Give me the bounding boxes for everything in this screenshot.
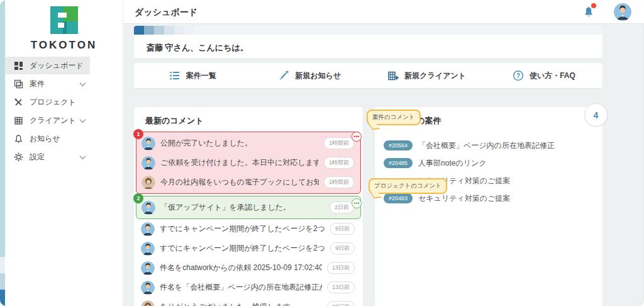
comment-time: 9日前 <box>330 223 355 235</box>
bell-icon <box>14 134 23 144</box>
pen-sparkle-icon <box>278 70 289 81</box>
action-new-news[interactable]: 新規お知らせ <box>251 70 368 81</box>
comment-time: 1時間前 <box>324 176 354 188</box>
comment-time: 20日前 <box>327 301 355 306</box>
action-label: 使い方・FAQ <box>530 71 575 81</box>
avatar-man-icon <box>141 281 155 295</box>
action-anken-list[interactable]: 案件一覧 <box>134 70 251 81</box>
comment-time: 13日前 <box>327 281 355 293</box>
quick-actions-bar: 案件一覧 新規お知らせ 新規クライアント <box>134 63 602 88</box>
avatar-woman-icon <box>142 176 155 190</box>
page-title: ダッシュボード <box>135 7 197 18</box>
sidebar: TOKOTON ダッシュボード 案件 <box>5 0 123 306</box>
comment-row[interactable]: 件名をchatworkからの依頼 2025-10-09 17:02:40から「会… <box>134 258 363 278</box>
building-icon <box>14 116 23 125</box>
approval-text: セキュリティ対策のご提案 <box>418 193 510 204</box>
comment-text: ご依頼を受け付けました。本日中に対応します。 <box>160 157 319 168</box>
project-comment-group: 2 ••• 「仮アップサイト」を承認しました。 2日前 <box>136 196 361 219</box>
avatar-man-icon <box>142 156 155 170</box>
greeting-card: 斎藤 守さん、こんにちは。 <box>134 26 602 59</box>
comment-text: 公開が完了いたしました。 <box>160 138 319 149</box>
comment-row[interactable]: すでにキャンペーン期間が終了したページを2つ見つけました。 キ... 9日前 <box>134 239 363 258</box>
comment-text: 今月の社内報をいつもの電子ブックにしてお知らせに追加してく... <box>160 177 319 188</box>
comment-time: 1時間前 <box>324 157 354 169</box>
sidebar-item-project[interactable]: プロジェクト <box>5 93 90 111</box>
avatar-man-icon <box>142 201 155 215</box>
anken-comment-group: 1 ••• 公開が完了いたしました。 1時間前 ご依頼を受け付けました。本日中に… <box>136 132 361 194</box>
avatar-man-icon <box>141 261 155 275</box>
greeting-text: 斎藤 守さん、こんにちは。 <box>134 35 602 54</box>
comment-text: 「仮アップサイト」を承認しました。 <box>160 202 325 213</box>
sidebar-item-anken[interactable]: 案件 <box>5 75 90 93</box>
gradient-mosaic-strip <box>134 26 602 35</box>
tokoton-logo-icon <box>50 6 78 34</box>
chevron-down-icon <box>80 116 86 123</box>
comment-time: 1時間前 <box>324 137 354 149</box>
app-window: TOKOTON ダッシュボード 案件 <box>0 0 644 306</box>
sidebar-item-label: 設定 <box>30 152 45 162</box>
comment-time: 9日前 <box>330 242 355 254</box>
comment-row[interactable]: 件名を「会社概要」ページ内の所在地表記修正からchatworkから... 13日… <box>134 278 363 297</box>
topbar: ダッシュボード <box>123 0 644 24</box>
comment-row[interactable]: 「仮アップサイト」を承認しました。 2日前 <box>136 198 360 217</box>
action-help-faq[interactable]: ? 使い方・FAQ <box>486 70 602 81</box>
gear-icon <box>14 152 23 162</box>
action-label: 新規お知らせ <box>295 71 341 81</box>
comment-row[interactable]: 今月の社内報をいつもの電子ブックにしてお知らせに追加してく... 1時間前 <box>136 173 360 192</box>
comment-row[interactable]: ありがとうございました。検収します 20日前 <box>134 297 363 306</box>
anken-group-badge: 1 <box>133 129 143 139</box>
notification-dot <box>591 3 596 8</box>
avatar-image <box>614 3 631 21</box>
sidebar-item-label: クライアント <box>30 115 76 126</box>
comment-text: 件名をchatworkからの依頼 2025-10-09 17:02:40から「会… <box>160 263 322 273</box>
list-icon <box>169 70 180 81</box>
sidebar-item-client[interactable]: クライアント <box>5 111 90 129</box>
dashboard-grid-icon <box>14 61 23 71</box>
comment-text: すでにキャンペーン期間が終了したページを2つ見つけました。 キ... <box>160 243 325 254</box>
action-label: 新規クライアント <box>404 71 466 81</box>
project-group-more-button[interactable]: ••• <box>352 198 362 208</box>
tools-icon <box>14 98 23 107</box>
anken-group-more-button[interactable]: ••• <box>352 132 362 142</box>
action-label: 案件一覧 <box>186 71 216 81</box>
approval-text: 人事部noteのリンク <box>418 158 486 169</box>
chevron-down-icon <box>80 80 86 86</box>
sidebar-item-label: プロジェクト <box>30 97 76 108</box>
project-group-badge: 2 <box>133 193 143 203</box>
comment-row[interactable]: すでにキャンペーン期間が終了したページを2つ見つけました。 キ... 9日前 <box>134 219 363 239</box>
building-plus-icon <box>387 70 399 81</box>
user-avatar[interactable] <box>614 3 631 21</box>
comment-row[interactable]: ご依頼を受け付けました。本日中に対応します。 1時間前 <box>136 153 360 173</box>
anken-id-badge: #20483 <box>384 193 413 203</box>
sidebar-item-dashboard[interactable]: ダッシュボード <box>5 57 90 74</box>
comment-text: 件名を「会社概要」ページ内の所在地表記修正からchatworkから... <box>160 282 322 293</box>
comment-time: 13日前 <box>327 262 355 274</box>
chevron-down-icon <box>80 153 86 159</box>
approval-item[interactable]: #20485 人事部noteのリンク <box>375 154 602 172</box>
avatar-man-icon <box>142 137 155 150</box>
sidebar-item-label: お知らせ <box>30 133 60 144</box>
avatar-woman-icon <box>141 300 155 306</box>
tooltip-anken-comment: 案件のコメント <box>367 110 421 125</box>
anken-id-badge: #20564 <box>384 140 413 150</box>
logo[interactable]: TOKOTON <box>5 6 123 52</box>
approval-text: 「会社概要」ページ内の所在地表記修正 <box>418 140 555 151</box>
sidebar-menu: ダッシュボード 案件 プロジェクト <box>5 57 90 166</box>
action-new-client[interactable]: 新規クライアント <box>369 70 486 81</box>
sidebar-item-news[interactable]: お知らせ <box>5 130 90 147</box>
tooltip-project-comment: プロジェクトのコメント <box>369 178 447 194</box>
approval-item[interactable]: #20564 「会社概要」ページ内の所在地表記修正 <box>375 137 602 154</box>
comment-text: すでにキャンペーン期間が終了したページを2つ見つけました。 キ... <box>160 224 325 234</box>
pending-approvals-card: 4 承認待ちの案件 #20564 「会社概要」ページ内の所在地表記修正 #204… <box>375 107 602 306</box>
sidebar-item-settings[interactable]: 設定 <box>5 148 90 166</box>
comment-row[interactable]: 公開が完了いたしました。 1時間前 <box>136 133 360 153</box>
avatar-man-icon <box>141 242 155 256</box>
svg-text:?: ? <box>516 72 520 79</box>
avatar-man-icon <box>141 222 155 236</box>
latest-comments-card: 最新のコメント 1 ••• 公開が完了いたしました。 1時間前 ご依頼を受け付け… <box>134 107 363 306</box>
anken-id-badge: #20485 <box>384 158 413 168</box>
comments-title: 最新のコメント <box>134 107 363 132</box>
sidebar-item-label: 案件 <box>30 79 45 89</box>
comment-text: ありがとうございました。検収します <box>160 302 322 306</box>
comment-time: 2日前 <box>330 201 354 213</box>
